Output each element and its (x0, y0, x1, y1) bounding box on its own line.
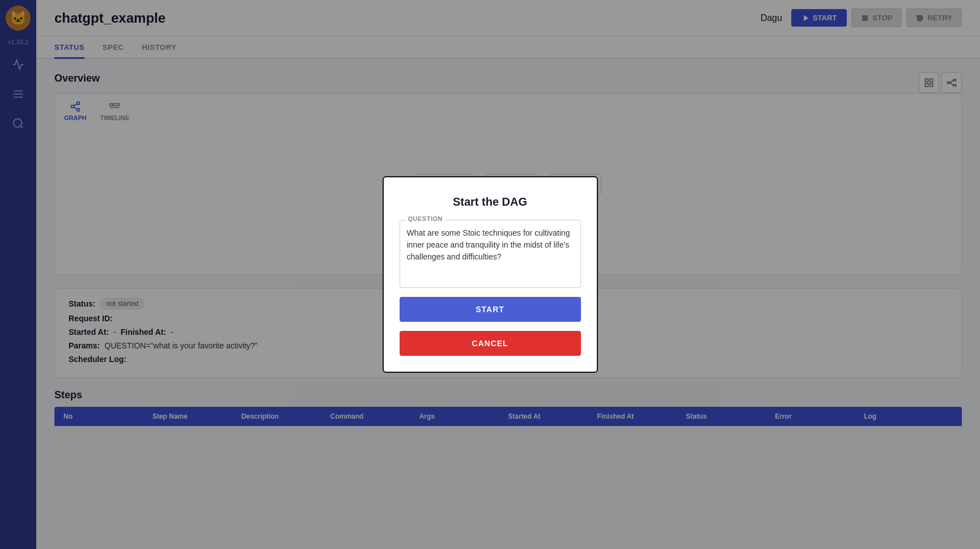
question-field: QUESTION (400, 220, 581, 288)
modal-cancel-button[interactable]: CANCEL (400, 331, 581, 356)
modal-overlay[interactable]: Start the DAG QUESTION START CANCEL (0, 0, 980, 549)
question-field-label: QUESTION (406, 215, 445, 222)
modal-start-button[interactable]: START (400, 297, 581, 322)
question-input[interactable] (407, 227, 574, 278)
modal-dialog: Start the DAG QUESTION START CANCEL (383, 176, 598, 373)
modal-title: Start the DAG (400, 195, 581, 208)
